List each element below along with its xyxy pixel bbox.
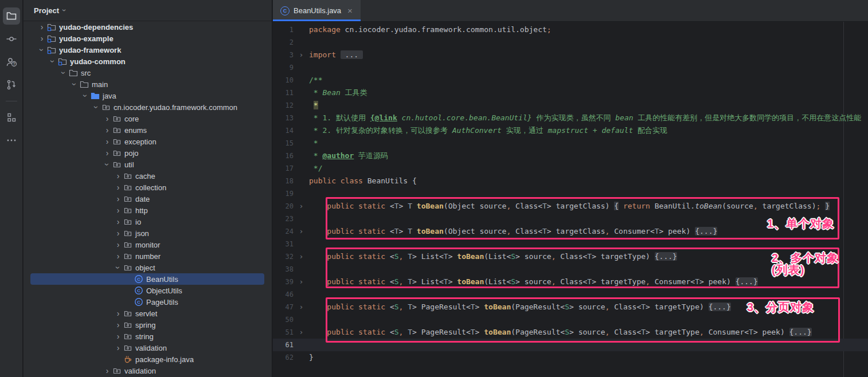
chevron-right-icon[interactable]: › <box>37 23 46 31</box>
chevron-down-icon[interactable]: › <box>81 91 89 100</box>
code-line-14[interactable]: 14 * 2. 针对复杂的对象转换，可以搜参考 AuthConvert 实现，通… <box>273 124 868 137</box>
tree-item-core[interactable]: ›core <box>24 113 272 124</box>
chevron-down-icon[interactable]: › <box>71 80 79 89</box>
code-line-13[interactable]: 13 * 1. 默认使用 {@link cn.hutool.core.bean.… <box>273 112 868 124</box>
code-text[interactable]: package cn.iocoder.yudao.framework.commo… <box>309 23 868 36</box>
tree-item-pojo[interactable]: ›pojo <box>24 147 272 159</box>
code-line-9[interactable]: 9 <box>273 61 868 74</box>
code-line-47[interactable]: 47› public static <S, T> PageResult<T> t… <box>273 301 868 313</box>
code-text[interactable] <box>309 213 868 225</box>
code-text[interactable]: * <box>309 99 868 112</box>
code-line-32[interactable]: 32› public static <S, T> List<T> toBean(… <box>273 250 868 263</box>
code-text[interactable] <box>309 61 868 74</box>
tree-item-java[interactable]: ›java <box>24 90 272 101</box>
tab-beanutils-java[interactable]: C BeanUtils.java × <box>273 0 361 21</box>
tree-item-pageutils[interactable]: CPageUtils <box>24 296 272 308</box>
line-number[interactable]: 20 <box>273 200 294 213</box>
tree-item-io[interactable]: ›io <box>24 216 272 227</box>
chevron-right-icon[interactable]: › <box>114 309 123 317</box>
line-number[interactable]: 11 <box>273 87 294 99</box>
tree-item-yudao-framework[interactable]: ›yudao-framework <box>24 44 272 56</box>
code-line-38[interactable]: 38 <box>273 263 868 276</box>
chevron-right-icon[interactable]: › <box>103 367 112 375</box>
code-text[interactable] <box>309 238 868 250</box>
chevron-down-icon[interactable]: › <box>61 9 67 11</box>
chevron-down-icon[interactable]: › <box>103 160 111 169</box>
line-number[interactable]: 24 <box>273 225 294 238</box>
code-line-1[interactable]: 1package cn.iocoder.yudao.framework.comm… <box>273 23 868 36</box>
code-text[interactable]: public static <T> T toBean(Object source… <box>309 225 868 238</box>
chevron-right-icon[interactable]: › <box>103 138 112 146</box>
line-number[interactable]: 16 <box>273 150 294 162</box>
line-number[interactable]: 18 <box>273 175 294 187</box>
code-line-31[interactable]: 31 <box>273 238 868 250</box>
tree-item-exception[interactable]: ›exception <box>24 136 272 147</box>
code-text[interactable]: * <box>309 137 868 150</box>
code-text[interactable]: */ <box>309 162 868 175</box>
chevron-right-icon[interactable]: › <box>114 241 123 249</box>
tree-item-util[interactable]: ›util <box>24 159 272 170</box>
tree-item-json[interactable]: ›json <box>24 227 272 239</box>
code-line-12[interactable]: 12 * <box>273 99 868 112</box>
code-text[interactable]: public static <T> T toBean(Object source… <box>309 200 868 213</box>
tree-item-servlet[interactable]: ›servlet <box>24 308 272 319</box>
tree-item-object[interactable]: ›object <box>24 262 272 273</box>
line-number[interactable]: 39 <box>273 276 294 288</box>
tree-item-spring[interactable]: ›spring <box>24 319 272 331</box>
line-number[interactable]: 13 <box>273 112 294 124</box>
line-number[interactable]: 2 <box>273 36 294 49</box>
more-icon[interactable] <box>3 132 20 149</box>
line-number[interactable]: 1 <box>273 23 294 36</box>
code-line-18[interactable]: 18public class BeanUtils { <box>273 175 868 187</box>
code-line-17[interactable]: 17 */ <box>273 162 868 175</box>
chevron-right-icon[interactable]: › <box>114 218 123 226</box>
code-text[interactable]: public static <S, T> PageResult<T> toBea… <box>309 301 868 313</box>
chevron-down-icon[interactable]: › <box>49 57 57 66</box>
fold-arrow-icon[interactable]: › <box>294 276 309 288</box>
chevron-right-icon[interactable]: › <box>114 252 123 260</box>
code-line-61[interactable]: 61 <box>273 339 868 351</box>
line-number[interactable]: 19 <box>273 187 294 200</box>
line-number[interactable]: 12 <box>273 99 294 112</box>
code-line-46[interactable]: 46 <box>273 288 868 301</box>
chevron-down-icon[interactable]: › <box>92 103 100 112</box>
line-number[interactable]: 9 <box>273 61 294 74</box>
chevron-down-icon[interactable]: › <box>38 45 46 54</box>
chevron-right-icon[interactable]: › <box>103 115 112 123</box>
code-text[interactable] <box>309 313 868 326</box>
chevron-right-icon[interactable]: › <box>114 321 123 329</box>
tree-item-cn-iocoder-yudao-framework-common[interactable]: ›cn.iocoder.yudao.framework.common <box>24 101 272 113</box>
fold-arrow-icon[interactable]: › <box>294 250 309 263</box>
line-number[interactable]: 23 <box>273 213 294 225</box>
learn-icon[interactable]: ? <box>3 53 20 70</box>
line-number[interactable]: 14 <box>273 124 294 137</box>
chevron-right-icon[interactable]: › <box>114 195 123 203</box>
tree-item-validation[interactable]: ›validation <box>24 365 272 376</box>
code-line-15[interactable]: 15 * <box>273 137 868 150</box>
chevron-right-icon[interactable]: › <box>103 126 112 134</box>
tree-item-collection[interactable]: ›collection <box>24 182 272 193</box>
code-line-23[interactable]: 23 <box>273 213 868 225</box>
code-line-11[interactable]: 11 * Bean 工具类 <box>273 87 868 99</box>
line-number[interactable]: 62 <box>273 351 294 364</box>
tree-item-yudao-dependencies[interactable]: ›yudao-dependencies <box>24 21 272 33</box>
code-line-19[interactable]: 19 <box>273 187 868 200</box>
fold-arrow-icon[interactable]: › <box>294 200 309 213</box>
tree-item-string[interactable]: ›string <box>24 331 272 342</box>
code-line-20[interactable]: 20› public static <T> T toBean(Object so… <box>273 200 868 213</box>
code-text[interactable] <box>309 187 868 200</box>
line-number[interactable]: 47 <box>273 301 294 313</box>
code-line-24[interactable]: 24› public static <T> T toBean(Object so… <box>273 225 868 238</box>
tree-item-src[interactable]: ›src <box>24 67 272 78</box>
project-folder-icon[interactable] <box>3 7 20 25</box>
code-line-16[interactable]: 16 * @author 芋道源码 <box>273 150 868 162</box>
code-line-2[interactable]: 2 <box>273 36 868 49</box>
code-text[interactable] <box>309 288 868 301</box>
code-editor[interactable]: 1、单个对象 2、多个对象 (列表) 3、分页对象 1package cn.io… <box>273 22 868 377</box>
line-number[interactable]: 10 <box>273 74 294 87</box>
chevron-right-icon[interactable]: › <box>114 172 123 180</box>
fold-arrow-icon[interactable]: › <box>294 301 309 313</box>
tree-item-yudao-common[interactable]: ›yudao-common <box>24 56 272 67</box>
code-text[interactable] <box>309 263 868 276</box>
code-text[interactable]: import ... <box>309 49 868 61</box>
